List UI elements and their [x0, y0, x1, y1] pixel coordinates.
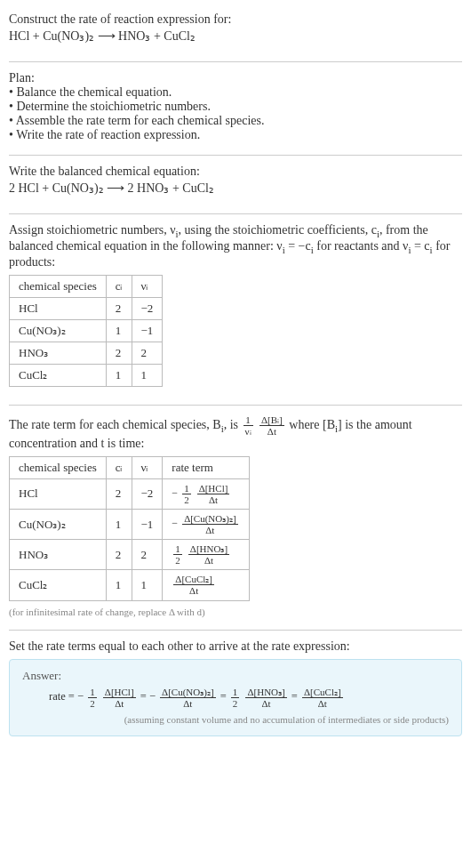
fraction: Δ[HNO₃] Δt — [188, 543, 229, 566]
rate-lead: rate = — [49, 690, 77, 703]
rate-expression: rate = − 1 2 Δ[HCl] Δt = − Δ[Cu(NO₃)₂] Δ… — [22, 687, 449, 709]
plan-item: Determine the stoichiometric numbers. — [9, 100, 462, 114]
answer-label: Answer: — [22, 669, 449, 683]
cell-ci: 1 — [106, 509, 132, 539]
cell-species: Cu(NO₃)₂ — [10, 319, 107, 342]
col-species: chemical species — [10, 456, 107, 478]
cell-rate-term: Δ[CuCl₂] Δt — [163, 570, 249, 600]
fraction-den: Δt — [160, 698, 215, 709]
cell-ci: 1 — [106, 319, 132, 342]
cell-species: HNO₃ — [10, 540, 107, 570]
cell-species: CuCl₂ — [10, 364, 107, 386]
fraction-num: Δ[HCl] — [103, 687, 136, 698]
table-row: HCl 2 −2 − 1 2 Δ[HCl] Δt — [10, 478, 250, 509]
cell-nui: −1 — [132, 509, 163, 539]
fraction-num: 1 — [173, 543, 182, 555]
text: , is — [224, 417, 242, 430]
col-nui: νᵢ — [132, 275, 163, 297]
fraction-num: Δ[HNO₃] — [188, 543, 229, 555]
fraction: Δ[CuCl₂] Δt — [302, 687, 343, 709]
divider — [9, 155, 462, 156]
cell-species: HCl — [10, 478, 107, 509]
plan-title: Plan: — [9, 71, 462, 85]
fraction-num: Δ[CuCl₂] — [173, 574, 214, 585]
cell-nui: −1 — [132, 319, 163, 342]
fraction-num: Δ[Cu(NO₃)₂] — [182, 513, 237, 525]
fraction: 1 νᵢ — [243, 414, 253, 437]
fraction: Δ[Bᵢ] Δt — [259, 414, 284, 437]
cell-species: CuCl₂ — [10, 570, 107, 600]
fraction-num: 1 — [243, 414, 253, 426]
text: = c — [411, 239, 429, 253]
assign-intro: Assign stoichiometric numbers, νi, using… — [9, 223, 462, 269]
unbalanced-equation: HCl + Cu(NO₃)₂ ⟶ HNO₃ + CuCl₂ — [9, 27, 462, 49]
neg-sign: − — [77, 690, 84, 703]
fraction-den: Δt — [188, 555, 229, 566]
cell-nui: 1 — [132, 364, 163, 386]
fraction-den: Δt — [197, 494, 230, 505]
fraction-den: Δt — [259, 426, 284, 437]
table-row: Cu(NO₃)₂ 1 −1 − Δ[Cu(NO₃)₂] Δt — [10, 509, 250, 539]
table-row: HNO₃ 2 2 1 2 Δ[HNO₃] Δt — [10, 540, 250, 570]
col-species: chemical species — [10, 275, 107, 297]
assign-section: Assign stoichiometric numbers, νi, using… — [9, 218, 462, 401]
final-title: Set the rate terms equal to each other t… — [9, 639, 462, 654]
answer-box: Answer: rate = − 1 2 Δ[HCl] Δt = − Δ[Cu(… — [9, 659, 462, 736]
fraction: Δ[HNO₃] Δt — [245, 687, 286, 709]
balanced-title: Write the balanced chemical equation: — [9, 165, 462, 179]
cell-nui: 2 — [132, 540, 163, 570]
col-ci: cᵢ — [106, 456, 132, 478]
text: = −c — [285, 239, 311, 253]
table-row: CuCl₂ 1 1 Δ[CuCl₂] Δt — [10, 570, 250, 600]
fraction-num: 1 — [88, 687, 97, 698]
cell-ci: 2 — [106, 478, 132, 509]
text: where [B — [289, 417, 335, 430]
neg-sign: − — [172, 517, 178, 529]
table-header-row: chemical species cᵢ νᵢ — [10, 275, 163, 297]
cell-rate-term: − Δ[Cu(NO₃)₂] Δt — [163, 509, 249, 539]
stoich-table: chemical species cᵢ νᵢ HCl 2 −2 Cu(NO₃)₂… — [9, 275, 163, 387]
fraction-den: 2 — [88, 698, 97, 709]
table-header-row: chemical species cᵢ νᵢ rate term — [10, 456, 250, 478]
rate-term-section: The rate term for each chemical species,… — [9, 409, 462, 626]
fraction-num: Δ[CuCl₂] — [302, 687, 343, 698]
text: , using the stoichiometric coefficients,… — [179, 223, 377, 237]
neg-sign: − — [172, 486, 178, 499]
fraction-num: Δ[HNO₃] — [245, 687, 286, 698]
cell-species: Cu(NO₃)₂ — [10, 509, 107, 539]
fraction-den: Δt — [302, 698, 343, 709]
text: The rate term for each chemical species,… — [9, 417, 221, 430]
text: Assign stoichiometric numbers, ν — [9, 223, 176, 237]
fraction-num: Δ[Cu(NO₃)₂] — [160, 687, 215, 698]
neg-sign: − — [149, 690, 156, 703]
fraction-num: Δ[HCl] — [197, 483, 230, 494]
balanced-equation: 2 HCl + Cu(NO₃)₂ ⟶ 2 HNO₃ + CuCl₂ — [9, 179, 462, 201]
plan-item: Assemble the rate term for each chemical… — [9, 114, 462, 128]
equals: = — [291, 690, 300, 703]
rate-term-intro: The rate term for each chemical species,… — [9, 414, 462, 451]
fraction: 1 2 — [173, 543, 182, 566]
fraction: 1 2 — [182, 483, 191, 505]
fraction-num: Δ[Bᵢ] — [259, 414, 284, 426]
divider — [9, 405, 462, 406]
infinitesimal-note: (for infinitesimal rate of change, repla… — [9, 607, 462, 617]
col-ci: cᵢ — [106, 275, 132, 297]
fraction-den: 2 — [182, 494, 191, 505]
balanced-section: Write the balanced chemical equation: 2 … — [9, 159, 462, 210]
fraction-den: 2 — [173, 555, 182, 566]
fraction-den: Δt — [182, 525, 237, 535]
divider — [9, 61, 462, 62]
plan-item: Write the rate of reaction expression. — [9, 128, 462, 142]
fraction-den: Δt — [245, 698, 286, 709]
fraction-den: νᵢ — [243, 426, 253, 437]
table-row: Cu(NO₃)₂ 1 −1 — [10, 319, 163, 342]
prompt-text: Construct the rate of reaction expressio… — [9, 12, 462, 27]
cell-rate-term: − 1 2 Δ[HCl] Δt — [163, 478, 249, 509]
answer-note: (assuming constant volume and no accumul… — [22, 714, 449, 725]
cell-ci: 2 — [106, 297, 132, 319]
final-section: Set the rate terms equal to each other t… — [9, 634, 462, 745]
cell-ci: 1 — [106, 364, 132, 386]
fraction-den: Δt — [103, 698, 136, 709]
cell-nui: −2 — [132, 478, 163, 509]
fraction-den: Δt — [173, 585, 214, 596]
